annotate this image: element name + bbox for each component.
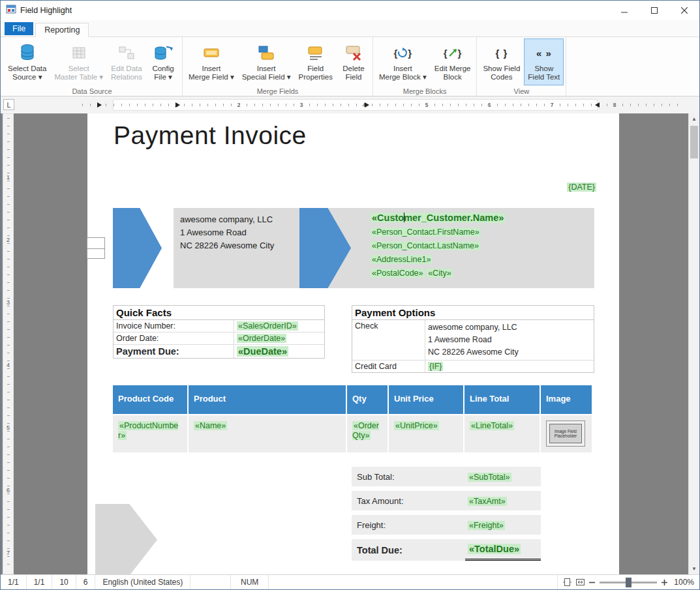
unit-price-merge-field[interactable]: «UnitPrice» (394, 421, 439, 430)
tab-file[interactable]: File (5, 22, 33, 35)
if-merge-field[interactable]: {IF} (428, 362, 443, 371)
tab-stop-selector[interactable]: L (3, 99, 14, 110)
postal-code-merge-field[interactable]: «PostalCode» (371, 269, 425, 278)
quick-facts-table: Quick Facts Invoice Number: «SalesOrderI… (113, 305, 325, 359)
ruler-ticks (7, 118, 10, 570)
customer-name-merge-field[interactable]: «Customer_Customer.Name» (371, 213, 505, 223)
ruler-number: 7 (550, 102, 553, 108)
check-address-line: awesome company, LLC (428, 321, 591, 334)
ruler-number: 6 (487, 102, 491, 108)
table-row: Order Date: «OrderDate» (114, 332, 324, 345)
banner-gap (162, 208, 174, 288)
column-indicator: 10 (52, 575, 76, 589)
order-date-merge-field[interactable]: «OrderDate» (237, 334, 286, 343)
image-field-placeholder[interactable]: Image Field Placeholder (546, 420, 585, 447)
image-placeholder-label: Image Field Placeholder (551, 429, 581, 438)
button-label: Select (68, 65, 89, 73)
tab-reporting[interactable]: Reporting (35, 23, 89, 37)
freight-merge-field[interactable]: «Freight» (468, 521, 505, 530)
config-file-button[interactable]: Config File ▾ (146, 38, 180, 85)
ribbon-group-merge-blocks: { } Insert Merge Block ▾ { } Edit Merge … (373, 37, 478, 96)
zoom-level-label[interactable]: 100% (672, 578, 694, 587)
table-row: Total Due: «TotalDue» (352, 539, 541, 561)
button-label: Source ▾ (12, 73, 42, 81)
button-label: Special Field ▾ (242, 73, 291, 81)
tax-amount-merge-field[interactable]: «TaxAmt» (468, 497, 507, 506)
ribbon-group-merge-fields: Insert Merge Field ▾ Insert Special Fiel… (183, 37, 373, 96)
language-indicator[interactable]: English (United States) (95, 575, 190, 589)
field-text-icon: « » (536, 41, 552, 65)
button-label: Field (345, 73, 361, 81)
zoom-slider[interactable] (600, 582, 657, 583)
document-page[interactable]: Payment Invoice {DATE} awesome company, … (87, 113, 619, 574)
button-label: Insert (257, 65, 276, 73)
table-column-marker[interactable] (175, 102, 180, 108)
payment-options-title: Payment Options (352, 306, 594, 320)
delete-field-button[interactable]: Delete Field (337, 38, 371, 85)
sender-line: awesome company, LLC (180, 213, 290, 226)
due-date-merge-field[interactable]: «DueDate» (237, 346, 288, 357)
insert-merge-field-button[interactable]: Insert Merge Field ▾ (185, 38, 238, 85)
edit-data-relations-button: Edit Data Relations (107, 38, 146, 85)
city-merge-field[interactable]: «City» (427, 269, 452, 278)
minimize-button[interactable] (609, 1, 639, 20)
scrollbar-thumb[interactable] (690, 126, 698, 158)
close-button[interactable] (669, 1, 699, 20)
row-label: Check (352, 320, 425, 360)
horizontal-ruler[interactable]: 12345678 (17, 96, 688, 113)
titlebar: Field Highlight (1, 1, 699, 20)
show-field-codes-button[interactable]: { } Show Field Codes (479, 38, 524, 85)
address-merge-field[interactable]: «AddressLine1» (371, 255, 432, 264)
sales-order-id-merge-field[interactable]: «SalesOrderID» (237, 321, 298, 331)
first-name-merge-field[interactable]: «Person_Contact.FirstName» (371, 228, 481, 237)
text-cursor (404, 213, 404, 222)
button-label: Relations (111, 73, 142, 81)
insert-special-field-button[interactable]: Insert Special Field ▾ (238, 38, 295, 85)
brace-glyph: } (458, 49, 462, 57)
zoom-out-icon[interactable] (589, 580, 595, 585)
line-total-merge-field[interactable]: «LineTotal» (470, 421, 514, 430)
table-margin-handle[interactable] (87, 237, 105, 259)
edit-merge-block-button[interactable]: { } Edit Merge Block (431, 38, 475, 85)
maximize-button[interactable] (639, 1, 669, 20)
row-label: Sub Total: (352, 472, 465, 482)
show-field-text-button[interactable]: « » Show Field Text (524, 38, 564, 85)
banner-arrow-cell (290, 208, 351, 288)
num-lock-indicator: NUM (231, 575, 269, 589)
button-label: Properties (299, 73, 333, 81)
name-merge-field[interactable]: «Name» (194, 421, 227, 430)
row-label: Freight: (352, 520, 465, 530)
scroll-down-icon[interactable]: ▼ (689, 563, 699, 574)
table-column-marker[interactable] (365, 102, 369, 108)
zoom-slider-thumb[interactable] (626, 578, 632, 587)
gray-arrow-shape[interactable] (95, 504, 157, 574)
last-name-merge-field[interactable]: «Person_Contact.LastName» (371, 241, 480, 250)
totals-table: Sub Total: «SubTotal» Tax Amount: «TaxAm… (352, 467, 541, 561)
order-qty-merge-field[interactable]: «OrderQty» (352, 421, 379, 440)
insert-merge-block-button[interactable]: { } Insert Merge Block ▾ (375, 38, 431, 85)
scroll-up-icon[interactable]: ▲ (689, 113, 699, 125)
vertical-ruler[interactable]: 1234567 (3, 113, 14, 574)
zoom-in-icon[interactable] (662, 580, 667, 585)
vertical-scrollbar[interactable]: ▲ ▼ (688, 113, 699, 574)
button-label: Master Table ▾ (54, 73, 103, 81)
field-properties-button[interactable]: Field Properties (295, 38, 337, 85)
sub-total-merge-field[interactable]: «SubTotal» (468, 473, 511, 482)
row-label: Credit Card (352, 361, 425, 372)
ruler-number: 6 (7, 487, 10, 494)
blue-arrow-shape[interactable] (299, 208, 351, 288)
select-data-source-button[interactable]: Select Data Source ▾ (4, 38, 50, 85)
date-merge-field[interactable]: {DATE} (567, 183, 596, 192)
fit-page-icon[interactable] (563, 578, 571, 586)
right-margin-marker[interactable] (595, 102, 600, 108)
product-number-merge-field[interactable]: «ProductNumber» (118, 421, 178, 440)
button-label: Delete (342, 65, 364, 73)
blue-arrow-shape[interactable] (113, 208, 162, 288)
ruler-row: L 12345678 (1, 96, 699, 113)
address-banner: awesome company, LLC 1 Awesome Road NC 2… (113, 208, 594, 288)
fit-width-icon[interactable] (576, 578, 585, 586)
zoom-controls: 100% (557, 575, 699, 589)
left-margin-marker[interactable] (97, 102, 102, 108)
total-due-merge-field[interactable]: «TotalDue» (468, 544, 521, 554)
delete-field-icon (345, 41, 362, 65)
